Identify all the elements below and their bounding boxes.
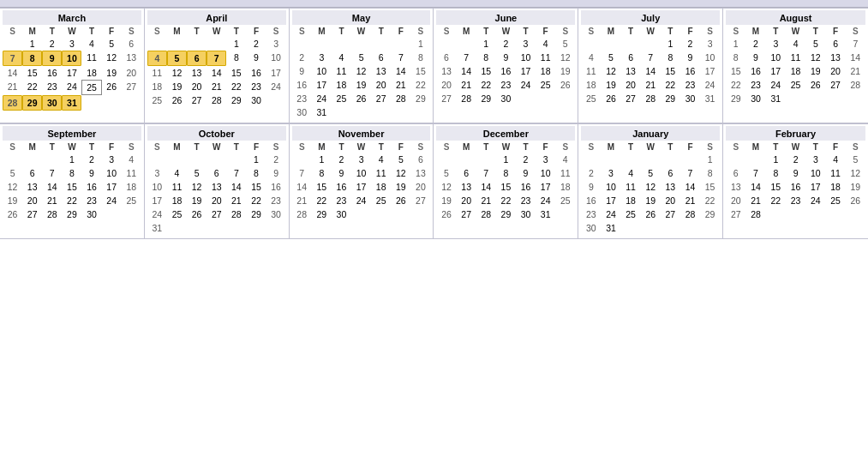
day-cell[interactable]: 15 <box>496 180 516 194</box>
day-cell[interactable]: 27 <box>187 93 207 107</box>
day-cell[interactable]: 13 <box>187 66 207 80</box>
day-cell[interactable]: 7 <box>745 166 765 180</box>
day-cell[interactable]: 18 <box>147 80 167 93</box>
day-cell[interactable]: 12 <box>167 66 187 80</box>
day-cell[interactable]: 3 <box>312 51 332 64</box>
day-cell[interactable]: 21 <box>292 194 312 207</box>
day-cell[interactable]: 26 <box>391 194 410 207</box>
day-cell[interactable]: 13 <box>207 180 226 194</box>
day-cell[interactable]: 23 <box>786 194 805 207</box>
day-cell[interactable]: 28 <box>391 92 410 105</box>
day-cell[interactable]: 19 <box>601 78 620 92</box>
day-cell[interactable]: 22 <box>246 194 266 207</box>
day-cell[interactable]: 15 <box>226 66 246 80</box>
day-cell[interactable]: 15 <box>312 180 332 194</box>
day-cell[interactable]: 11 <box>371 166 391 180</box>
day-cell[interactable]: 17 <box>805 180 825 194</box>
day-cell[interactable]: 18 <box>825 180 845 194</box>
day-cell[interactable]: 30 <box>81 207 101 221</box>
day-cell[interactable]: 2 <box>81 153 101 166</box>
day-cell[interactable]: 4 <box>332 51 351 64</box>
day-cell[interactable]: 4 <box>786 37 805 51</box>
day-cell[interactable]: 16 <box>496 64 516 78</box>
day-cell[interactable]: 19 <box>167 80 187 93</box>
day-cell[interactable]: 14 <box>680 180 700 194</box>
day-cell[interactable]: 11 <box>147 66 167 80</box>
day-cell[interactable]: 8 <box>766 166 786 180</box>
day-cell[interactable]: 27 <box>621 92 641 105</box>
day-cell[interactable]: 29 <box>661 92 680 105</box>
day-cell[interactable]: 25 <box>167 207 187 221</box>
day-cell[interactable]: 6 <box>410 153 430 166</box>
day-cell[interactable]: 9 <box>581 180 601 194</box>
day-cell[interactable]: 9 <box>42 51 62 66</box>
day-cell[interactable]: 27 <box>207 207 226 221</box>
day-cell[interactable]: 18 <box>786 64 805 78</box>
day-cell[interactable]: 10 <box>536 166 555 180</box>
day-cell[interactable]: 31 <box>766 92 786 105</box>
day-cell[interactable]: 29 <box>496 207 516 221</box>
day-cell[interactable]: 19 <box>187 194 207 207</box>
day-cell[interactable]: 30 <box>332 207 351 221</box>
day-cell[interactable]: 6 <box>436 51 456 64</box>
day-cell[interactable]: 24 <box>805 194 825 207</box>
day-cell[interactable]: 6 <box>371 51 391 64</box>
day-cell[interactable]: 1 <box>661 37 680 51</box>
day-cell[interactable]: 12 <box>3 180 22 194</box>
day-cell[interactable]: 20 <box>726 194 745 207</box>
day-cell[interactable]: 9 <box>786 166 805 180</box>
day-cell[interactable]: 1 <box>496 153 516 166</box>
day-cell[interactable]: 29 <box>62 207 81 221</box>
day-cell[interactable]: 18 <box>122 180 141 194</box>
day-cell[interactable]: 16 <box>581 194 601 207</box>
day-cell[interactable]: 26 <box>3 207 22 221</box>
day-cell[interactable]: 21 <box>745 194 765 207</box>
day-cell[interactable]: 18 <box>555 180 575 194</box>
day-cell[interactable]: 12 <box>391 166 410 180</box>
day-cell[interactable]: 6 <box>825 37 845 51</box>
day-cell[interactable]: 12 <box>641 180 661 194</box>
day-cell[interactable]: 19 <box>846 180 865 194</box>
day-cell[interactable]: 3 <box>536 153 555 166</box>
day-cell[interactable]: 7 <box>42 166 62 180</box>
day-cell[interactable]: 10 <box>805 166 825 180</box>
day-cell[interactable]: 23 <box>266 194 286 207</box>
day-cell[interactable]: 30 <box>516 207 536 221</box>
day-cell[interactable]: 2 <box>581 166 601 180</box>
day-cell[interactable]: 18 <box>167 194 187 207</box>
day-cell[interactable]: 3 <box>766 37 786 51</box>
day-cell[interactable]: 2 <box>516 153 536 166</box>
day-cell[interactable]: 13 <box>436 64 456 78</box>
day-cell[interactable]: 9 <box>81 166 101 180</box>
day-cell[interactable]: 5 <box>102 37 122 51</box>
day-cell[interactable]: 14 <box>641 64 661 78</box>
day-cell[interactable]: 3 <box>700 37 720 51</box>
day-cell[interactable]: 25 <box>147 93 167 107</box>
day-cell[interactable]: 22 <box>476 78 496 92</box>
day-cell[interactable]: 2 <box>496 37 516 51</box>
day-cell[interactable]: 6 <box>661 166 680 180</box>
day-cell[interactable]: 4 <box>621 166 641 180</box>
day-cell[interactable]: 9 <box>292 64 312 78</box>
day-cell[interactable]: 20 <box>436 78 456 92</box>
day-cell[interactable]: 13 <box>825 51 845 64</box>
day-cell[interactable]: 28 <box>745 207 765 221</box>
day-cell[interactable]: 23 <box>42 80 62 95</box>
day-cell[interactable]: 28 <box>292 207 312 221</box>
day-cell[interactable]: 28 <box>226 207 246 221</box>
day-cell[interactable]: 30 <box>581 221 601 235</box>
day-cell[interactable]: 5 <box>555 37 575 51</box>
day-cell[interactable]: 1 <box>62 153 81 166</box>
day-cell[interactable]: 16 <box>246 66 266 80</box>
day-cell[interactable]: 7 <box>3 51 22 66</box>
day-cell[interactable]: 19 <box>805 64 825 78</box>
day-cell[interactable]: 20 <box>457 194 476 207</box>
day-cell[interactable]: 17 <box>516 64 536 78</box>
day-cell[interactable]: 21 <box>476 194 496 207</box>
day-cell[interactable]: 20 <box>187 80 207 93</box>
day-cell[interactable]: 13 <box>621 64 641 78</box>
day-cell[interactable]: 9 <box>266 166 286 180</box>
day-cell[interactable]: 13 <box>457 180 476 194</box>
day-cell[interactable]: 26 <box>601 92 620 105</box>
day-cell[interactable]: 20 <box>621 78 641 92</box>
